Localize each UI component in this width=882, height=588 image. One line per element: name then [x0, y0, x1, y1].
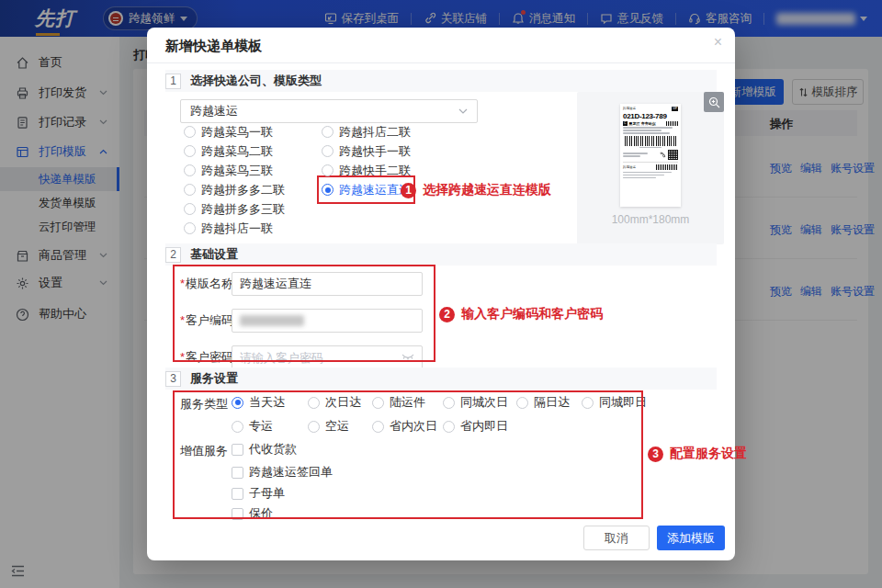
qr-code: [668, 150, 678, 160]
radio-option[interactable]: 跨越快手二联: [322, 161, 411, 180]
annotation-box-3: [173, 390, 643, 519]
radio-option[interactable]: 跨越菜鸟二联: [184, 141, 285, 161]
annotation-3: 3 配置服务设置: [648, 446, 747, 462]
annotation-box-2: [173, 265, 435, 362]
radio-icon: [184, 184, 196, 196]
radio-option[interactable]: 跨越拼多多三联: [184, 199, 285, 219]
section-2-header: 2 基础设置: [165, 243, 717, 266]
template-options-column-1: 跨越菜鸟一联 跨越菜鸟二联 跨越菜鸟三联 跨越拼多多二联 跨越拼多多三联 跨越抖…: [184, 122, 285, 238]
zoom-in-button[interactable]: [704, 92, 724, 112]
submit-add-template-button[interactable]: 添加模版: [657, 526, 725, 550]
section-number: 1: [165, 74, 181, 89]
express-company-select[interactable]: 跨越速运: [180, 99, 478, 123]
radio-option[interactable]: 跨越菜鸟三联: [184, 161, 285, 180]
waybill-region: 黑龙江 齐齐哈尔: [629, 121, 656, 126]
radio-option[interactable]: 跨越抖店一联: [184, 219, 285, 238]
radio-icon: [322, 164, 334, 176]
radio-icon: [322, 145, 334, 157]
section-number: 3: [165, 371, 181, 387]
close-icon[interactable]: ×: [714, 35, 722, 50]
phone-icon: [660, 152, 666, 158]
radio-icon: [322, 126, 334, 138]
radio-icon: [184, 145, 196, 157]
radio-option[interactable]: 跨越快手一联: [322, 141, 411, 161]
radio-icon: [184, 126, 196, 138]
radio-option[interactable]: 跨越抖店二联: [322, 122, 411, 141]
template-size-label: 100mm*180mm: [577, 213, 724, 226]
add-waybill-template-modal: 新增快递单模板 × 1 选择快递公司、模版类型 跨越速运 跨越菜鸟一联 跨越菜鸟…: [147, 28, 735, 560]
section-3-header: 3 服务设置: [165, 368, 717, 390]
modal-title: 新增快递单模板: [165, 38, 262, 55]
section-1-header: 1 选择快递公司、模版类型: [165, 70, 717, 92]
divider: [147, 62, 735, 63]
radio-option[interactable]: 跨越菜鸟一联: [184, 122, 285, 141]
cancel-button[interactable]: 取消: [583, 526, 650, 550]
chevron-down-icon: [458, 108, 468, 114]
mini-barcode: [666, 121, 678, 126]
annotation-2: 2 输入客户编码和客户密码: [439, 306, 603, 322]
radio-icon: [184, 222, 196, 234]
section-title: 服务设置: [190, 370, 238, 387]
mini-barcode: [656, 164, 678, 170]
section-title: 基础设置: [190, 246, 238, 263]
template-preview-panel: 跨越速运 VIP 021D-123-789 C 黑龙江 齐齐哈尔: [577, 92, 724, 244]
radio-option[interactable]: 跨越拼多多二联: [184, 180, 285, 199]
magnifier-plus-icon: [708, 96, 720, 108]
radio-icon: [184, 164, 196, 176]
section-number: 2: [165, 247, 181, 263]
barcode: [625, 136, 676, 146]
radio-icon-checked: [322, 184, 334, 196]
radio-option-selected[interactable]: 跨越速运直连: [322, 180, 411, 199]
select-value: 跨越速运: [190, 103, 238, 119]
radio-icon: [184, 203, 196, 215]
waybill-preview: 跨越速运 VIP 021D-123-789 C 黑龙江 齐齐哈尔: [620, 104, 681, 207]
waybill-number: 021D-123-789: [623, 112, 678, 120]
annotation-1: 1 选择跨越速运直连模版: [401, 182, 551, 198]
section-title: 选择快递公司、模版类型: [190, 73, 322, 89]
template-options-column-2: 跨越抖店二联 跨越快手一联 跨越快手二联 跨越速运直连: [322, 122, 411, 199]
